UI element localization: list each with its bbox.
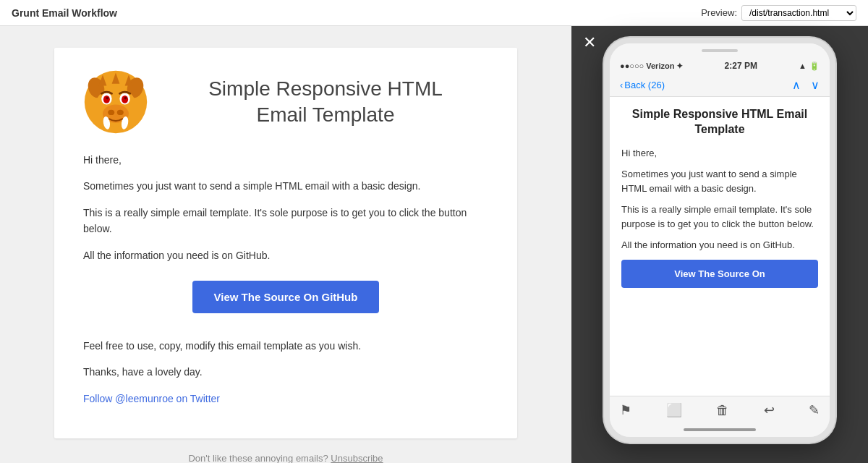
phone-greeting: Hi there, [621,146,818,161]
svg-point-14 [108,110,114,115]
top-bar: Grunt Email Workflow Preview: /dist/tran… [0,0,868,26]
app-title: Grunt Email Workflow [12,7,117,19]
nav-up-icon[interactable]: ∧ [792,78,801,92]
svg-point-11 [106,97,109,100]
left-panel: Simple Responsive HTML Email Template Hi… [0,26,571,463]
flag-icon[interactable]: ⚑ [620,402,631,418]
trash-icon[interactable]: 🗑 [716,403,729,418]
preview-selector: Preview: /dist/transaction.html [701,5,856,21]
phone-nav-arrows: ∧ ∨ [792,78,820,92]
phone-status-bar: ●●○○○ Verizon ✦ 2:27 PM ▲ 🔋 [610,55,830,74]
unsubscribe-link[interactable]: Unsubscribe [331,453,383,463]
svg-point-12 [124,97,127,100]
close-button[interactable]: ✕ [583,35,596,51]
svg-point-15 [117,110,124,115]
phone-speaker [702,49,738,52]
preview-label: Preview: [701,7,737,18]
reply-icon[interactable]: ↩ [764,402,775,418]
phone-bottom-bar: ⚑ ⬜ 🗑 ↩ ✎ [610,396,830,424]
email-body: Hi there, Sometimes you just want to sen… [83,152,488,407]
home-indicator[interactable] [684,428,756,431]
email-greeting: Hi there, [83,152,488,168]
phone-email-body: Hi there, Sometimes you just want to sen… [621,146,818,252]
preview-dropdown[interactable]: /dist/transaction.html [741,5,856,21]
email-para1: Sometimes you just want to send a simple… [83,178,488,194]
email-footer: Don't like these annoying emails? Unsubs… [188,453,383,463]
phone-signal: ▲ 🔋 [799,61,820,71]
email-title: Simple Responsive HTML Email Template [163,76,488,129]
email-card: Simple Responsive HTML Email Template Hi… [54,48,517,438]
folder-icon[interactable]: ⬜ [666,402,682,418]
right-panel: ✕ ●●○○○ Verizon ✦ 2:27 PM ▲ 🔋 ‹ [571,26,868,463]
main-layout: Simple Responsive HTML Email Template Hi… [0,26,868,463]
phone-email-title: Simple Responsive HTML Email Template [621,107,818,137]
nav-down-icon[interactable]: ∨ [811,78,820,92]
svg-point-10 [122,95,128,103]
phone-para2: This is a really simple email template. … [621,203,818,231]
phone-email-content: Simple Responsive HTML Email Template Hi… [610,97,830,396]
boar-logo [83,69,148,135]
email-para5: Thanks, have a lovely day. [83,364,488,380]
email-para2: This is a really simple email template. … [83,205,488,237]
phone-cta-wrapper: View The Source On [621,260,818,288]
phone-cta-button[interactable]: View The Source On [621,260,818,288]
phone-para1: Sometimes you just want to send a simple… [621,167,818,195]
phone-mockup: ●●○○○ Verizon ✦ 2:27 PM ▲ 🔋 ‹ Back (26) … [604,38,835,443]
phone-back-button[interactable]: ‹ Back (26) [620,80,665,90]
phone-time: 2:27 PM [725,61,757,71]
phone-nav-bar: ‹ Back (26) ∧ ∨ [610,74,830,97]
email-para3: All the information you need is on GitHu… [83,247,488,263]
compose-icon[interactable]: ✎ [809,402,820,418]
carrier-info: ●●○○○ Verizon ✦ [620,61,683,71]
twitter-link[interactable]: Follow @leemunroe on Twitter [83,393,220,404]
cta-wrapper: View The Source On GitHub [83,273,488,328]
phone-para3: All the information you need is on GitHu… [621,238,818,252]
email-header: Simple Responsive HTML Email Template [83,69,488,135]
svg-point-9 [103,95,110,103]
cta-button[interactable]: View The Source On GitHub [192,281,380,313]
email-para4: Feel free to use, copy, modify this emai… [83,338,488,354]
